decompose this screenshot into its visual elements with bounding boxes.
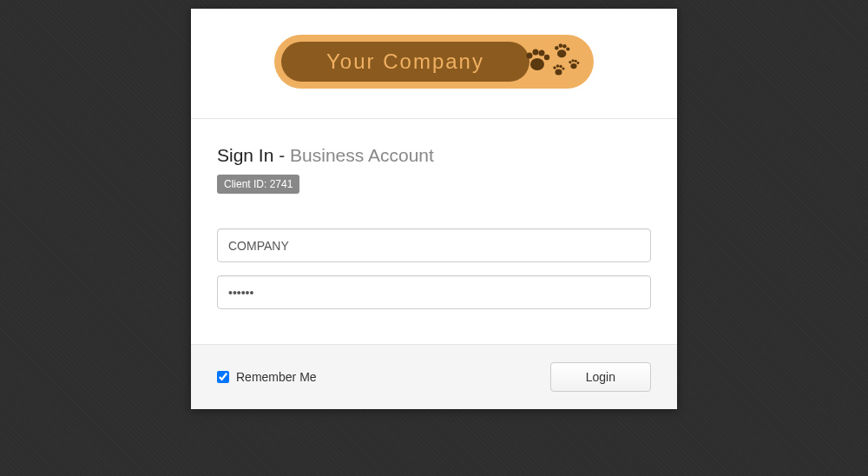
login-button[interactable]: Login (550, 362, 651, 392)
svg-point-5 (557, 50, 566, 57)
password-input[interactable] (217, 275, 651, 309)
login-card: Your Company (191, 9, 677, 409)
svg-point-14 (562, 67, 564, 69)
paw-prints-icon (524, 40, 585, 83)
svg-point-15 (570, 63, 576, 69)
svg-point-19 (576, 62, 579, 64)
svg-point-4 (544, 55, 549, 60)
heading-sub: Business Account (290, 145, 434, 165)
company-logo: Your Company (274, 35, 594, 89)
username-input[interactable] (217, 228, 651, 262)
svg-point-16 (569, 61, 571, 63)
remember-me-label[interactable]: Remember Me (217, 370, 317, 384)
svg-point-6 (555, 46, 559, 50)
svg-point-18 (575, 60, 577, 63)
form-section: Sign In - Business Account Client ID: 27… (191, 119, 677, 344)
svg-point-11 (553, 66, 556, 69)
svg-point-3 (539, 50, 545, 56)
svg-point-1 (527, 53, 533, 59)
remember-me-text: Remember Me (236, 370, 317, 384)
remember-me-checkbox[interactable] (217, 371, 229, 383)
svg-point-13 (559, 65, 562, 69)
heading-main: Sign In (217, 145, 273, 165)
logo-text: Your Company (326, 50, 484, 74)
svg-point-17 (571, 59, 574, 62)
sign-in-heading: Sign In - Business Account (217, 145, 651, 166)
svg-point-2 (533, 50, 539, 56)
svg-point-12 (556, 64, 560, 68)
svg-point-9 (566, 47, 569, 50)
heading-separator: - (273, 145, 290, 165)
form-footer: Remember Me Login (191, 344, 677, 409)
svg-point-0 (530, 58, 544, 70)
client-id-badge: Client ID: 2741 (217, 175, 299, 194)
svg-point-10 (556, 69, 562, 76)
svg-point-8 (562, 44, 567, 49)
svg-point-7 (559, 43, 563, 48)
logo-section: Your Company (191, 9, 677, 119)
